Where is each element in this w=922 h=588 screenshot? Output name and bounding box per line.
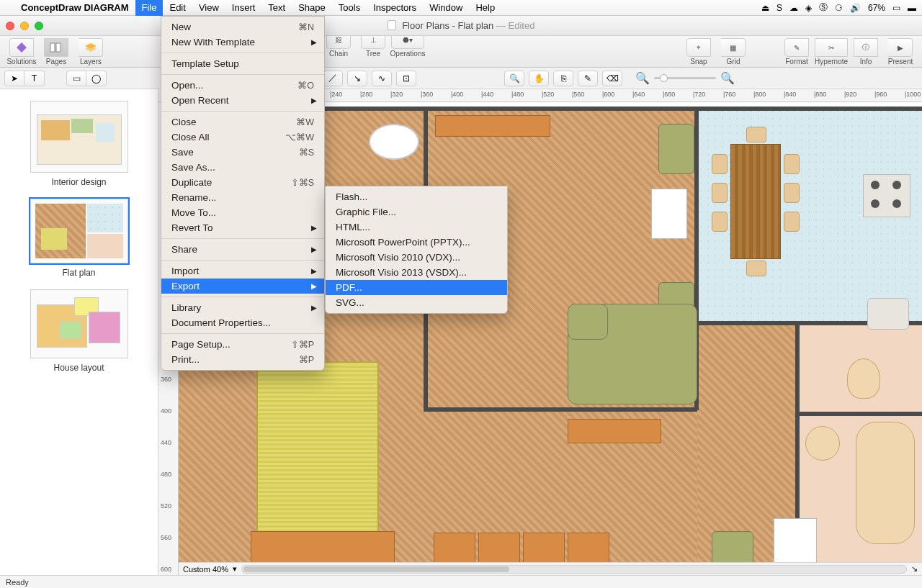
file-menu-item[interactable]: Save As... xyxy=(161,160,324,175)
export-menu-item[interactable]: Flash... xyxy=(326,189,507,204)
file-menu-item[interactable]: Import▶ xyxy=(161,263,324,279)
zoom-tool[interactable]: 🔍 xyxy=(504,71,524,86)
armchair[interactable] xyxy=(658,124,694,174)
dropbox-icon[interactable]: ◈ xyxy=(805,3,812,13)
dining-table[interactable] xyxy=(730,144,781,259)
info-button[interactable]: ⓘInfo xyxy=(849,38,883,65)
rect-tool[interactable]: ▭ xyxy=(66,71,86,86)
file-menu-item[interactable]: Duplicate⇧⌘S xyxy=(161,175,324,190)
skype-icon[interactable]: Ⓢ xyxy=(819,1,828,14)
menu-insert[interactable]: Insert xyxy=(225,0,262,16)
h-scrollbar[interactable] xyxy=(241,565,907,574)
snap-button[interactable]: ⌖Snap xyxy=(681,38,716,65)
page-thumb-3[interactable] xyxy=(30,289,128,358)
layers-button[interactable]: Layers xyxy=(73,38,108,65)
zoom-label[interactable]: Custom 40% xyxy=(183,565,228,574)
zoom-slider[interactable]: 🔍 🔍 xyxy=(635,71,735,85)
file-menu-item[interactable]: Close All⌥⌘W xyxy=(161,130,324,145)
export-menu-item[interactable]: HTML... xyxy=(326,220,507,235)
file-menu-item[interactable]: Document Properties... xyxy=(161,315,324,330)
eyedropper-tool[interactable]: ✎ xyxy=(578,71,598,86)
connector-tool[interactable]: ↘ xyxy=(347,71,367,86)
menu-help[interactable]: Help xyxy=(469,0,501,16)
dining-chair[interactable] xyxy=(712,183,728,203)
basin[interactable] xyxy=(805,426,840,461)
file-menu-item[interactable]: Close⌘W xyxy=(161,114,324,130)
minimize-window[interactable] xyxy=(20,22,29,30)
kitchen-sink[interactable] xyxy=(867,298,909,330)
menu-view[interactable]: View xyxy=(192,0,225,16)
scroll-right-icon[interactable]: ↘ xyxy=(911,564,918,574)
battery-icon[interactable]: ▭ xyxy=(892,3,900,13)
zoom-out-icon[interactable]: 🔍 xyxy=(635,71,650,85)
file-menu-item[interactable]: Save⌘S xyxy=(161,145,324,160)
pan-tool[interactable]: ✋ xyxy=(529,71,549,86)
zoom-window[interactable] xyxy=(35,22,43,30)
ellipse-tool[interactable]: ◯ xyxy=(86,71,107,86)
menu-text[interactable]: Text xyxy=(261,0,292,16)
curve-tool[interactable]: ∿ xyxy=(372,71,392,86)
flag-icon[interactable]: ▬ xyxy=(908,3,916,13)
format-button[interactable]: ✎Format xyxy=(779,38,814,65)
crop-tool[interactable]: ⊡ xyxy=(396,71,416,86)
round-table[interactable] xyxy=(369,124,419,160)
file-menu-item[interactable]: Library▶ xyxy=(161,300,324,315)
zoom-dropdown-icon[interactable]: ▾ xyxy=(233,564,237,574)
fridge[interactable] xyxy=(651,189,687,239)
line-tool[interactable]: ／ xyxy=(323,71,343,86)
pages-button[interactable]: Pages xyxy=(39,38,73,65)
file-menu-item[interactable]: Export▶ xyxy=(161,279,324,294)
dining-chair[interactable] xyxy=(784,154,800,174)
file-menu-item[interactable]: New With Template▶ xyxy=(161,35,324,50)
menu-file[interactable]: File xyxy=(135,0,164,16)
menu-window[interactable]: Window xyxy=(423,0,469,16)
dining-chair[interactable] xyxy=(746,261,766,276)
pointer-tool[interactable]: ➤ xyxy=(4,71,24,86)
file-menu-item[interactable]: Rename... xyxy=(161,190,324,205)
export-menu-item[interactable]: SVG... xyxy=(326,295,507,310)
wifi-icon[interactable]: ⚆ xyxy=(835,3,843,13)
file-menu-item[interactable]: Page Setup...⇧⌘P xyxy=(161,337,324,352)
grid-button[interactable]: ▦Grid xyxy=(716,38,751,65)
cloud-icon[interactable]: ☁ xyxy=(789,3,798,13)
menu-inspectors[interactable]: Inspectors xyxy=(367,0,423,16)
file-menu-item[interactable]: Template Setup xyxy=(161,56,324,71)
dining-chair[interactable] xyxy=(712,212,728,232)
export-menu-item[interactable]: Microsoft Visio 2013 (VSDX)... xyxy=(326,265,507,280)
menu-tools[interactable]: Tools xyxy=(332,0,367,16)
page-thumb-1[interactable] xyxy=(30,101,128,173)
file-menu-item[interactable]: New⌘N xyxy=(161,19,324,35)
file-menu-item[interactable]: Print...⌘P xyxy=(161,352,324,367)
page-thumb-2[interactable] xyxy=(30,199,128,263)
stove[interactable] xyxy=(863,174,910,217)
export-menu-item[interactable]: Microsoft Visio 2010 (VDX)... xyxy=(326,250,507,265)
close-window[interactable] xyxy=(6,22,14,30)
text-tool[interactable]: T xyxy=(24,71,45,86)
status-icon[interactable]: ⏏ xyxy=(761,3,769,13)
file-menu-item[interactable]: Open...⌘O xyxy=(161,78,324,93)
coffee-table[interactable] xyxy=(568,419,661,443)
bathtub[interactable] xyxy=(856,422,915,544)
menu-shape[interactable]: Shape xyxy=(292,0,332,16)
dining-chair[interactable] xyxy=(746,127,766,143)
export-menu-item[interactable]: Graphic File... xyxy=(326,204,507,220)
export-menu-item[interactable]: PDF... xyxy=(326,280,507,295)
volume-icon[interactable]: 🔊 xyxy=(850,3,861,13)
hypernote-button[interactable]: ✂Hypernote xyxy=(814,38,849,65)
file-menu-item[interactable]: Move To... xyxy=(161,205,324,220)
clone-tool[interactable]: ⎘ xyxy=(553,71,573,86)
zoom-in-icon[interactable]: 🔍 xyxy=(720,71,735,85)
app-name[interactable]: ConceptDraw DIAGRAM xyxy=(14,2,135,13)
dining-chair[interactable] xyxy=(784,212,800,232)
solutions-button[interactable]: Solutions xyxy=(4,38,39,65)
dining-chair[interactable] xyxy=(712,154,728,174)
tv-stand[interactable] xyxy=(435,115,550,137)
file-menu-item[interactable]: Share▶ xyxy=(161,242,324,257)
status-icon[interactable]: S xyxy=(776,3,782,13)
file-menu-item[interactable]: Revert To▶ xyxy=(161,220,324,235)
toilet[interactable] xyxy=(847,358,880,399)
eraser-tool[interactable]: ⌫ xyxy=(602,71,622,86)
export-menu-item[interactable]: Microsoft PowerPoint (PPTX)... xyxy=(326,235,507,250)
menu-edit[interactable]: Edit xyxy=(163,0,192,16)
dining-chair[interactable] xyxy=(784,183,800,203)
